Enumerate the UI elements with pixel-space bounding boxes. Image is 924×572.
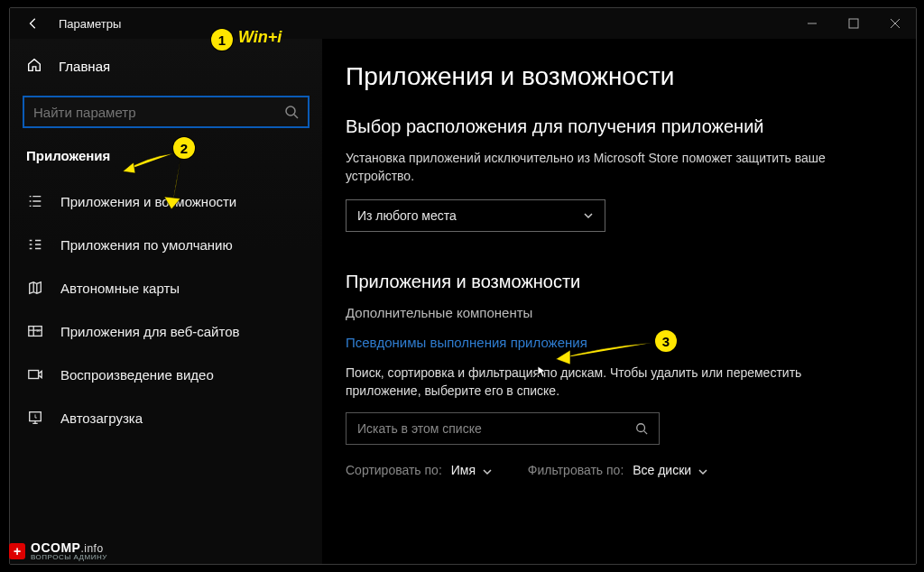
list-description: Поиск, сортировка и фильтрация по дискам… xyxy=(346,364,815,400)
sidebar-item-label: Приложения для веб-сайтов xyxy=(60,324,240,339)
sidebar-item-label: Приложения по умолчанию xyxy=(60,237,233,253)
section-desc-source: Установка приложений исключительно из Mi… xyxy=(346,150,851,185)
sort-filter-row: Сортировать по: Имя Фильтровать по: Все … xyxy=(346,463,898,477)
startup-icon xyxy=(26,409,44,427)
sidebar-item-label: Воспроизведение видео xyxy=(60,367,214,383)
map-icon xyxy=(26,279,44,297)
sidebar-home-label: Главная xyxy=(59,59,110,74)
mouse-cursor-icon xyxy=(536,365,549,378)
maximize-button[interactable] xyxy=(833,8,874,39)
chevron-down-icon xyxy=(583,210,594,221)
svg-rect-3 xyxy=(29,371,39,379)
close-button[interactable] xyxy=(874,8,916,39)
dropdown-value: Из любого места xyxy=(357,208,457,223)
app-search-box[interactable]: Искать в этом списке xyxy=(346,412,660,445)
section-title-apps: Приложения и возможности xyxy=(346,272,898,292)
search-input[interactable] xyxy=(33,105,284,120)
window-controls xyxy=(791,8,916,39)
sidebar-item-apps-features[interactable]: Приложения и возможности xyxy=(10,180,322,223)
app-search-placeholder: Искать в этом списке xyxy=(357,421,482,436)
svg-point-5 xyxy=(637,424,645,432)
optional-features-link[interactable]: Дополнительные компоненты xyxy=(346,305,898,320)
chevron-down-icon xyxy=(698,467,707,476)
website-icon xyxy=(26,322,44,340)
watermark-icon: + xyxy=(9,543,25,559)
video-icon xyxy=(26,365,44,383)
sort-control[interactable]: Сортировать по: Имя xyxy=(346,463,492,477)
svg-rect-2 xyxy=(29,327,42,337)
sidebar-item-websites[interactable]: Приложения для веб-сайтов xyxy=(10,309,322,353)
sidebar-item-default-apps[interactable]: Приложения по умолчанию xyxy=(10,223,322,266)
home-icon xyxy=(26,57,42,76)
defaults-icon xyxy=(26,235,44,254)
annotation-text-winplusi: Win+i xyxy=(238,28,282,47)
sidebar-section-label: Приложения xyxy=(10,144,322,180)
install-source-dropdown[interactable]: Из любого места xyxy=(346,199,605,232)
sidebar-item-offline-maps[interactable]: Автономные карты xyxy=(10,266,322,309)
page-title: Приложения и возможности xyxy=(346,62,898,91)
svg-point-1 xyxy=(286,106,295,115)
sidebar-item-label: Автозагрузка xyxy=(60,411,143,426)
sidebar-item-video[interactable]: Воспроизведение видео xyxy=(10,353,322,396)
titlebar: Параметры xyxy=(10,8,916,39)
section-title-source: Выбор расположения для получения приложе… xyxy=(346,116,898,137)
annotation-badge-1: 1 xyxy=(211,29,233,51)
sidebar-home[interactable]: Главная xyxy=(10,46,322,87)
minimize-button[interactable] xyxy=(791,8,833,39)
sidebar-item-label: Автономные карты xyxy=(60,281,180,296)
sidebar-item-label: Приложения и возможности xyxy=(60,194,236,209)
chevron-down-icon xyxy=(483,467,492,476)
svg-rect-0 xyxy=(849,19,858,28)
filter-control[interactable]: Фильтровать по: Все диски xyxy=(528,463,707,477)
app-aliases-link[interactable]: Псевдонимы выполнения приложения xyxy=(346,335,898,350)
search-icon xyxy=(284,105,299,119)
sidebar-search[interactable] xyxy=(23,96,310,128)
search-icon xyxy=(635,422,648,435)
annotation-badge-2: 2 xyxy=(173,137,195,159)
sidebar-item-startup[interactable]: Автозагрузка xyxy=(10,396,322,439)
window-title: Параметры xyxy=(59,17,121,31)
list-icon xyxy=(26,192,44,210)
main-panel: Приложения и возможности Выбор расположе… xyxy=(322,39,916,564)
watermark: + OCOMP.info ВОПРОСЫ АДМИНУ xyxy=(9,540,107,561)
settings-window: Параметры Главная xyxy=(9,7,917,565)
annotation-badge-3: 3 xyxy=(655,330,677,352)
back-button[interactable] xyxy=(21,11,46,36)
sidebar: Главная Приложения Приложения и возможно… xyxy=(10,39,322,564)
